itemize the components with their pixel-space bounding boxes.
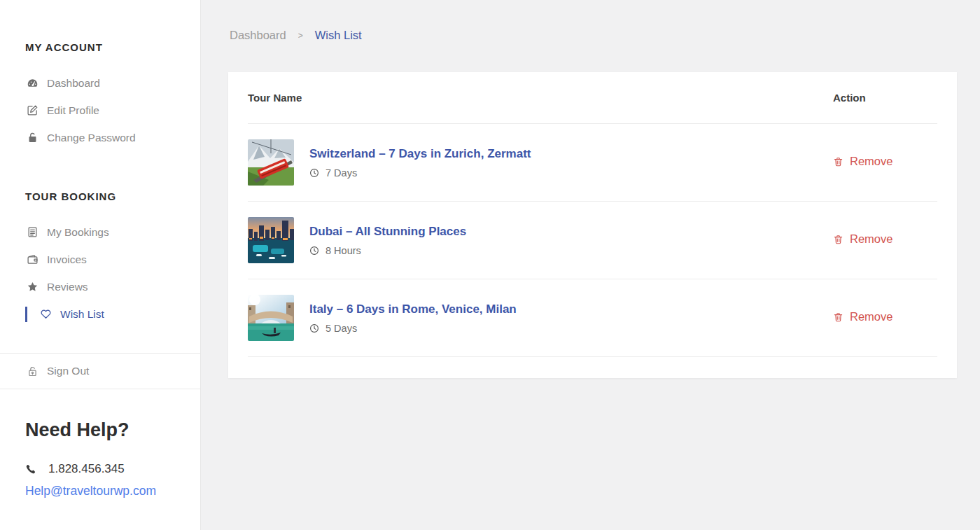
tour-duration-row: 7 Days (309, 167, 531, 179)
sidebar-item-label: My Bookings (47, 226, 109, 239)
remove-button[interactable]: Remove (833, 155, 892, 168)
tour-cell: Italy – 6 Days in Rome, Venice, Milan 5 … (248, 295, 833, 341)
main-content: Dashboard > Wish List Tour Name Action S… (201, 0, 980, 530)
edit-icon (25, 104, 39, 116)
tour-duration-row: 8 Hours (309, 245, 466, 256)
tour-thumbnail[interactable] (248, 139, 294, 186)
breadcrumb-current: Wish List (315, 29, 362, 42)
remove-label: Remove (850, 232, 892, 246)
sidebar-item-label: Wish List (60, 308, 104, 321)
tour-title-link[interactable]: Italy – 6 Days in Rome, Venice, Milan (309, 302, 517, 316)
trash-icon (833, 234, 844, 245)
sidebar-item-my-bookings[interactable]: My Bookings (0, 218, 200, 246)
tour-thumbnail[interactable] (248, 295, 294, 341)
unlock-icon (25, 365, 39, 377)
my-account-nav: Dashboard Edit Profile Change Password (0, 69, 200, 151)
sidebar-item-label: Invoices (47, 253, 87, 266)
column-header-action: Action (833, 92, 937, 104)
table-header: Tour Name Action (248, 72, 937, 124)
tour-booking-nav: My Bookings Invoices Reviews Wish List (0, 218, 200, 328)
clock-icon (309, 246, 319, 256)
bookings-icon (25, 226, 39, 238)
trash-icon (833, 312, 844, 323)
table-row: Dubai – All Stunning Places 8 Hours Remo… (248, 202, 937, 279)
sidebar-item-label: Sign Out (47, 365, 89, 377)
sidebar-item-invoices[interactable]: Invoices (0, 246, 200, 273)
tour-cell: Dubai – All Stunning Places 8 Hours (248, 217, 833, 263)
sidebar-item-label: Reviews (47, 281, 88, 293)
action-cell: Remove (833, 310, 937, 326)
wishlist-page: MY ACCOUNT Dashboard Edit Profile Change… (0, 0, 980, 530)
clock-icon (309, 168, 319, 178)
breadcrumb: Dashboard > Wish List (230, 29, 362, 42)
tour-info: Dubai – All Stunning Places 8 Hours (309, 225, 466, 256)
sidebar-section-title-tour-booking: TOUR BOOKING (25, 190, 200, 202)
sidebar-item-label: Change Password (47, 132, 136, 144)
tour-duration: 5 Days (326, 323, 357, 334)
sidebar-item-edit-profile[interactable]: Edit Profile (0, 97, 200, 124)
table-row: Switzerland – 7 Days in Zurich, Zermatt … (248, 124, 937, 202)
sidebar-item-label: Edit Profile (47, 104, 99, 117)
help-phone-number: 1.828.456.345 (48, 462, 125, 476)
table-row: Italy – 6 Days in Rome, Venice, Milan 5 … (248, 279, 937, 357)
account-sidebar: MY ACCOUNT Dashboard Edit Profile Change… (0, 0, 201, 530)
need-help-title: Need Help? (25, 419, 200, 441)
tour-duration: 8 Hours (326, 245, 361, 256)
star-icon (25, 281, 39, 293)
trash-icon (833, 156, 844, 167)
phone-icon (25, 463, 39, 475)
tour-info: Italy – 6 Days in Rome, Venice, Milan 5 … (309, 302, 517, 334)
tour-thumbnail[interactable] (248, 217, 294, 263)
tour-info: Switzerland – 7 Days in Zurich, Zermatt … (309, 147, 531, 179)
sidebar-item-wish-list[interactable]: Wish List (0, 300, 200, 328)
heart-icon (38, 308, 52, 320)
breadcrumb-separator: > (298, 31, 303, 41)
sidebar-item-sign-out[interactable]: Sign Out (0, 354, 200, 389)
active-indicator-bar (25, 307, 27, 322)
action-cell: Remove (833, 155, 937, 170)
action-cell: Remove (833, 232, 937, 248)
breadcrumb-dashboard-link[interactable]: Dashboard (230, 29, 286, 42)
wallet-icon (25, 253, 39, 265)
wishlist-card: Tour Name Action Switzerland – 7 Days in… (228, 72, 957, 378)
dashboard-icon (25, 77, 39, 89)
help-phone: 1.828.456.345 (25, 462, 200, 476)
sidebar-section-title-my-account: MY ACCOUNT (25, 41, 200, 53)
sidebar-item-reviews[interactable]: Reviews (0, 273, 200, 300)
help-email-link[interactable]: Help@traveltourwp.com (25, 484, 200, 498)
column-header-tour-name: Tour Name (248, 92, 833, 104)
tour-cell: Switzerland – 7 Days in Zurich, Zermatt … (248, 139, 833, 186)
tour-title-link[interactable]: Dubai – All Stunning Places (309, 225, 466, 239)
sidebar-item-label: Dashboard (47, 77, 100, 90)
table-body: Switzerland – 7 Days in Zurich, Zermatt … (248, 124, 937, 357)
sidebar-item-dashboard[interactable]: Dashboard (0, 69, 200, 97)
tour-duration: 7 Days (326, 167, 357, 179)
tour-duration-row: 5 Days (309, 323, 517, 334)
clock-icon (309, 323, 319, 333)
remove-label: Remove (850, 310, 892, 323)
sidebar-divider (0, 389, 200, 389)
remove-label: Remove (850, 155, 892, 168)
tour-title-link[interactable]: Switzerland – 7 Days in Zurich, Zermatt (309, 147, 531, 161)
remove-button[interactable]: Remove (833, 232, 892, 246)
remove-button[interactable]: Remove (833, 310, 892, 323)
sidebar-item-change-password[interactable]: Change Password (0, 124, 200, 151)
lock-icon (25, 132, 39, 144)
